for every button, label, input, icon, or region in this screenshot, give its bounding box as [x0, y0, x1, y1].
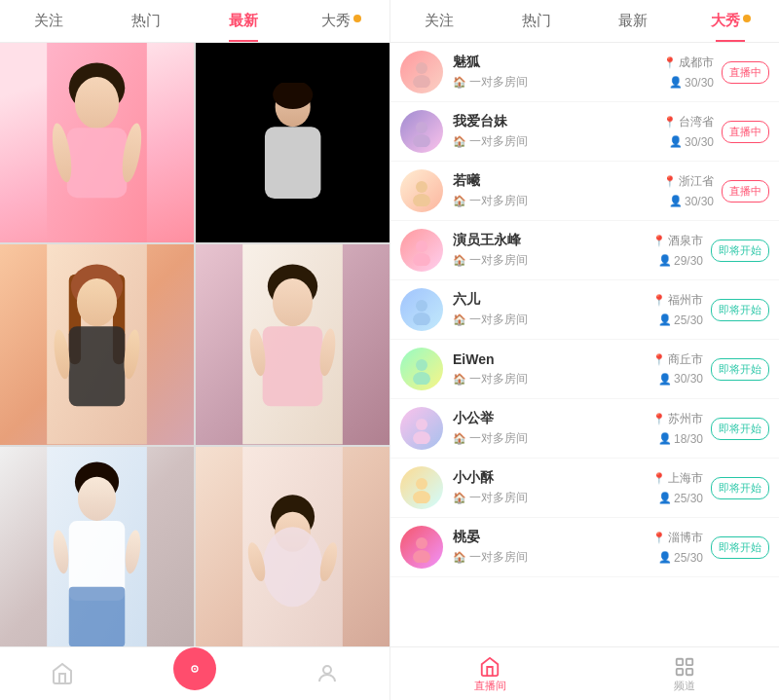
right-panel: 关注 热门 最新 大秀 魅狐 📍 成都市 — [390, 0, 779, 700]
right-bottom-nav: 直播间 频道 — [390, 646, 779, 700]
svg-point-38 — [194, 668, 196, 670]
nav-profile[interactable] — [314, 660, 341, 687]
grid-item-2[interactable] — [196, 43, 390, 242]
status-badge-7: 即将开始 — [711, 477, 769, 499]
location-pin-icon-7: 📍 — [652, 472, 666, 485]
right-nav-channel[interactable]: 频道 — [673, 655, 696, 693]
item-details-4: 六儿 📍 福州市 🏠 一对多房间 👤 25/30 — [453, 291, 703, 328]
svg-rect-14 — [69, 327, 125, 407]
right-tab-latest[interactable]: 最新 — [585, 0, 683, 42]
svg-rect-59 — [686, 658, 691, 664]
left-tab-hot[interactable]: 热门 — [97, 0, 195, 42]
room-type-2: 🏠 一对多房间 — [453, 193, 528, 209]
svg-point-56 — [416, 537, 427, 549]
location-pin-icon-0: 📍 — [663, 56, 677, 69]
capacity-2: 👤 30/30 — [669, 195, 714, 208]
status-badge-5: 即将开始 — [711, 358, 769, 381]
list-item-8[interactable]: 桃晏 📍 淄博市 🏠 一对多房间 👤 25/30 — [390, 518, 779, 577]
svg-point-51 — [413, 372, 430, 385]
avatar-2 — [400, 169, 443, 212]
right-tab-hot[interactable]: 热门 — [488, 0, 585, 42]
list-item-4[interactable]: 六儿 📍 福州市 🏠 一对多房间 👤 25/30 — [390, 280, 779, 340]
location-3: 📍 酒泉市 — [652, 233, 703, 249]
left-tab-daxiu[interactable]: 大秀 — [292, 0, 390, 42]
status-badge-8: 即将开始 — [711, 536, 769, 559]
right-tab-follow[interactable]: 关注 — [390, 0, 488, 42]
svg-point-44 — [416, 181, 427, 193]
svg-point-47 — [413, 253, 430, 266]
item-details-8: 桃晏 📍 淄博市 🏠 一对多房间 👤 25/30 — [453, 529, 703, 566]
svg-point-55 — [413, 491, 430, 503]
avatar-5 — [400, 348, 443, 390]
streamer-list: 魅狐 📍 成都市 🏠 一对多房间 👤 30/30 — [390, 43, 779, 646]
capacity-icon-8: 👤 — [658, 551, 672, 564]
grid-item-1[interactable] — [0, 43, 194, 242]
capacity-8: 👤 25/30 — [658, 551, 703, 565]
list-item-6[interactable]: 小公举 📍 苏州市 🏠 一对多房间 👤 18/30 — [390, 399, 779, 459]
list-item-1[interactable]: 我爱台妹 📍 台湾省 🏠 一对多房间 👤 30/30 — [390, 102, 779, 162]
svg-rect-20 — [263, 327, 323, 407]
svg-point-40 — [416, 62, 427, 74]
location-0: 📍 成都市 — [663, 55, 714, 71]
location-7: 📍 上海市 — [652, 470, 703, 487]
status-badge-6: 即将开始 — [711, 418, 769, 440]
room-type-5: 🏠 一对多房间 — [453, 371, 528, 387]
grid-item-5[interactable] — [0, 447, 194, 646]
svg-point-19 — [273, 278, 313, 326]
room-icon-6: 🏠 — [453, 432, 466, 445]
left-tab-follow[interactable]: 关注 — [0, 0, 97, 42]
location-pin-icon-2: 📍 — [663, 175, 677, 188]
room-icon-5: 🏠 — [453, 373, 466, 386]
portrait-svg-6 — [196, 447, 390, 646]
list-item-3[interactable]: 演员王永峰 📍 酒泉市 🏠 一对多房间 👤 29/30 — [390, 221, 779, 280]
svg-point-39 — [323, 666, 331, 674]
grid-item-4[interactable] — [196, 244, 390, 444]
nav-camera[interactable] — [173, 657, 216, 690]
svg-point-45 — [413, 194, 430, 206]
location-6: 📍 苏州市 — [652, 411, 703, 427]
location-pin-icon-6: 📍 — [652, 413, 666, 425]
list-item-7[interactable]: 小小酥 📍 上海市 🏠 一对多房间 👤 25/30 — [390, 459, 779, 518]
grid-item-3[interactable] — [0, 244, 194, 444]
list-item-2[interactable]: 若曦 📍 浙江省 🏠 一对多房间 👤 30/30 — [390, 162, 779, 221]
avatar-0 — [400, 51, 443, 93]
svg-point-50 — [416, 359, 427, 371]
svg-point-49 — [413, 313, 430, 325]
portrait-svg-4 — [196, 244, 390, 444]
right-daxiu-dot-icon — [743, 15, 751, 22]
home-icon — [49, 660, 76, 687]
item-details-3: 演员王永峰 📍 酒泉市 🏠 一对多房间 👤 29/30 — [453, 232, 703, 269]
portrait-svg-2 — [235, 83, 351, 203]
right-tab-daxiu[interactable]: 大秀 — [682, 0, 779, 42]
svg-rect-60 — [676, 668, 682, 674]
item-details-0: 魅狐 📍 成都市 🏠 一对多房间 👤 30/30 — [453, 54, 714, 91]
svg-point-25 — [78, 476, 116, 520]
list-item-0[interactable]: 魅狐 📍 成都市 🏠 一对多房间 👤 30/30 — [390, 43, 779, 102]
liveroom-icon — [478, 655, 501, 679]
location-2: 📍 浙江省 — [663, 173, 714, 190]
portrait-svg-1 — [0, 43, 194, 242]
avatar-4 — [400, 288, 443, 331]
room-icon-2: 🏠 — [453, 195, 466, 207]
right-tab-bar: 关注 热门 最新 大秀 — [390, 0, 779, 43]
capacity-icon-2: 👤 — [669, 195, 683, 207]
svg-point-48 — [416, 300, 427, 312]
grid-item-6[interactable] — [196, 447, 390, 646]
room-icon-7: 🏠 — [453, 492, 466, 504]
right-nav-liveroom[interactable]: 直播间 — [474, 655, 506, 693]
location-1: 📍 台湾省 — [663, 114, 714, 130]
room-type-8: 🏠 一对多房间 — [453, 549, 528, 566]
capacity-icon-4: 👤 — [658, 313, 672, 326]
list-item-5[interactable]: EiWen 📍 商丘市 🏠 一对多房间 👤 30/30 — [390, 340, 779, 399]
location-pin-icon-4: 📍 — [652, 294, 666, 307]
grid-portrait-1 — [0, 43, 194, 242]
left-tab-latest[interactable]: 最新 — [195, 0, 292, 42]
capacity-1: 👤 30/30 — [669, 135, 714, 149]
capacity-icon-7: 👤 — [658, 492, 672, 504]
svg-rect-58 — [676, 658, 682, 664]
capacity-icon-3: 👤 — [658, 254, 672, 267]
nav-home[interactable] — [49, 660, 76, 687]
capacity-icon-1: 👤 — [669, 135, 683, 148]
location-pin-icon-8: 📍 — [652, 532, 666, 544]
svg-point-52 — [416, 419, 427, 430]
